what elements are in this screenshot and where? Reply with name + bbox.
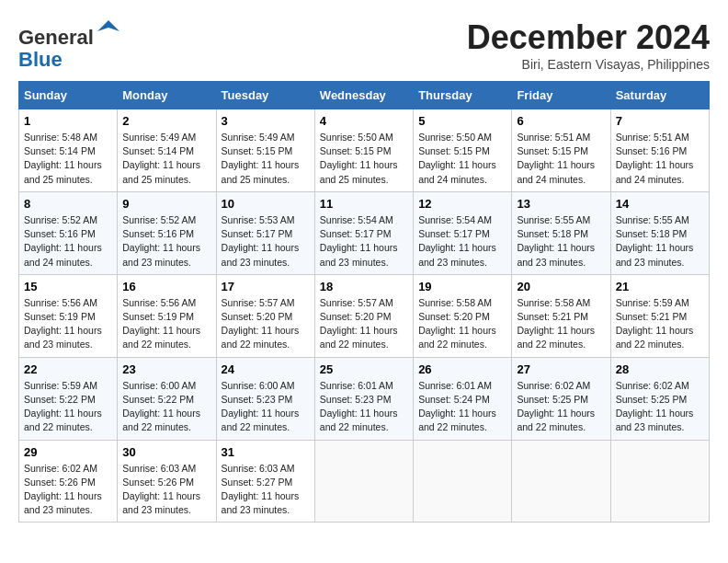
table-row: 8Sunrise: 5:52 AMSunset: 5:16 PMDaylight… bbox=[19, 191, 118, 274]
svg-marker-0 bbox=[97, 20, 119, 31]
day-number: 25 bbox=[320, 362, 408, 376]
table-row: 7Sunrise: 5:51 AMSunset: 5:16 PMDaylight… bbox=[610, 109, 709, 192]
table-row bbox=[414, 440, 512, 523]
table-row: 19Sunrise: 5:58 AMSunset: 5:20 PMDayligh… bbox=[414, 274, 512, 357]
header-row: Sunday Monday Tuesday Wednesday Thursday… bbox=[19, 82, 710, 109]
day-number: 5 bbox=[418, 114, 506, 128]
logo: General Blue bbox=[18, 18, 121, 71]
table-row: 28Sunrise: 6:02 AMSunset: 5:25 PMDayligh… bbox=[610, 357, 709, 440]
table-row: 18Sunrise: 5:57 AMSunset: 5:20 PMDayligh… bbox=[314, 274, 413, 357]
day-number: 20 bbox=[517, 280, 605, 293]
table-row: 14Sunrise: 5:55 AMSunset: 5:18 PMDayligh… bbox=[610, 191, 709, 274]
day-info: Sunrise: 5:56 AMSunset: 5:19 PMDaylight:… bbox=[122, 296, 210, 352]
day-number: 22 bbox=[24, 362, 112, 376]
day-number: 21 bbox=[616, 280, 704, 293]
logo-general: General bbox=[18, 26, 94, 49]
day-info: Sunrise: 5:48 AMSunset: 5:14 PMDaylight:… bbox=[24, 131, 112, 187]
day-info: Sunrise: 6:02 AMSunset: 5:25 PMDaylight:… bbox=[517, 379, 605, 435]
calendar-week-row: 8Sunrise: 5:52 AMSunset: 5:16 PMDaylight… bbox=[19, 191, 710, 274]
day-number: 14 bbox=[616, 197, 704, 211]
page-header: General Blue December 2024 Biri, Eastern… bbox=[18, 18, 710, 72]
day-number: 4 bbox=[320, 114, 408, 128]
day-info: Sunrise: 6:03 AMSunset: 5:26 PMDaylight:… bbox=[122, 462, 210, 518]
day-number: 31 bbox=[222, 445, 310, 459]
day-info: Sunrise: 6:00 AMSunset: 5:22 PMDaylight:… bbox=[122, 379, 210, 435]
day-info: Sunrise: 5:53 AMSunset: 5:17 PMDaylight:… bbox=[222, 213, 310, 270]
table-row: 29Sunrise: 6:02 AMSunset: 5:26 PMDayligh… bbox=[19, 440, 118, 523]
day-info: Sunrise: 5:56 AMSunset: 5:19 PMDaylight:… bbox=[24, 296, 112, 352]
col-tuesday: Tuesday bbox=[216, 82, 314, 109]
calendar-week-row: 15Sunrise: 5:56 AMSunset: 5:19 PMDayligh… bbox=[19, 274, 710, 357]
table-row: 27Sunrise: 6:02 AMSunset: 5:25 PMDayligh… bbox=[512, 357, 610, 440]
day-number: 13 bbox=[517, 197, 605, 211]
col-saturday: Saturday bbox=[610, 82, 709, 109]
day-info: Sunrise: 5:57 AMSunset: 5:20 PMDaylight:… bbox=[320, 296, 408, 352]
day-number: 30 bbox=[122, 445, 210, 459]
table-row bbox=[314, 440, 413, 523]
day-number: 8 bbox=[24, 197, 112, 211]
day-info: Sunrise: 5:52 AMSunset: 5:16 PMDaylight:… bbox=[24, 213, 112, 270]
day-info: Sunrise: 5:59 AMSunset: 5:21 PMDaylight:… bbox=[616, 296, 704, 352]
table-row: 16Sunrise: 5:56 AMSunset: 5:19 PMDayligh… bbox=[118, 274, 216, 357]
table-row: 5Sunrise: 5:50 AMSunset: 5:15 PMDaylight… bbox=[414, 109, 512, 192]
day-number: 26 bbox=[418, 362, 506, 376]
col-sunday: Sunday bbox=[19, 82, 118, 109]
location: Biri, Eastern Visayas, Philippines bbox=[467, 57, 710, 72]
table-row: 17Sunrise: 5:57 AMSunset: 5:20 PMDayligh… bbox=[216, 274, 314, 357]
table-row: 10Sunrise: 5:53 AMSunset: 5:17 PMDayligh… bbox=[216, 191, 314, 274]
table-row bbox=[610, 440, 709, 523]
col-friday: Friday bbox=[512, 82, 610, 109]
table-row: 30Sunrise: 6:03 AMSunset: 5:26 PMDayligh… bbox=[118, 440, 216, 523]
table-row: 2Sunrise: 5:49 AMSunset: 5:14 PMDaylight… bbox=[118, 109, 216, 192]
day-number: 18 bbox=[320, 280, 408, 293]
table-row: 13Sunrise: 5:55 AMSunset: 5:18 PMDayligh… bbox=[512, 191, 610, 274]
day-info: Sunrise: 5:58 AMSunset: 5:21 PMDaylight:… bbox=[517, 296, 605, 352]
day-number: 7 bbox=[616, 114, 704, 128]
table-row: 1Sunrise: 5:48 AMSunset: 5:14 PMDaylight… bbox=[19, 109, 118, 192]
day-info: Sunrise: 5:49 AMSunset: 5:14 PMDaylight:… bbox=[122, 131, 210, 187]
table-row bbox=[512, 440, 610, 523]
day-info: Sunrise: 6:02 AMSunset: 5:26 PMDaylight:… bbox=[24, 462, 112, 518]
day-number: 24 bbox=[222, 362, 310, 376]
day-info: Sunrise: 5:51 AMSunset: 5:16 PMDaylight:… bbox=[616, 131, 704, 187]
day-number: 16 bbox=[122, 280, 210, 293]
day-number: 28 bbox=[616, 362, 704, 376]
day-info: Sunrise: 5:57 AMSunset: 5:20 PMDaylight:… bbox=[222, 296, 310, 352]
day-info: Sunrise: 5:58 AMSunset: 5:20 PMDaylight:… bbox=[418, 296, 506, 352]
col-wednesday: Wednesday bbox=[314, 82, 413, 109]
day-info: Sunrise: 5:55 AMSunset: 5:18 PMDaylight:… bbox=[616, 213, 704, 270]
day-number: 29 bbox=[24, 445, 112, 459]
table-row: 4Sunrise: 5:50 AMSunset: 5:15 PMDaylight… bbox=[314, 109, 413, 192]
day-info: Sunrise: 5:50 AMSunset: 5:15 PMDaylight:… bbox=[320, 131, 408, 187]
day-info: Sunrise: 5:51 AMSunset: 5:15 PMDaylight:… bbox=[517, 131, 605, 187]
day-info: Sunrise: 5:54 AMSunset: 5:17 PMDaylight:… bbox=[418, 213, 506, 270]
day-info: Sunrise: 5:55 AMSunset: 5:18 PMDaylight:… bbox=[517, 213, 605, 270]
day-info: Sunrise: 5:50 AMSunset: 5:15 PMDaylight:… bbox=[418, 131, 506, 187]
day-number: 6 bbox=[517, 114, 605, 128]
day-number: 27 bbox=[517, 362, 605, 376]
table-row: 3Sunrise: 5:49 AMSunset: 5:15 PMDaylight… bbox=[216, 109, 314, 192]
logo-blue: Blue bbox=[18, 48, 63, 71]
calendar-week-row: 22Sunrise: 5:59 AMSunset: 5:22 PMDayligh… bbox=[19, 357, 710, 440]
day-info: Sunrise: 6:01 AMSunset: 5:23 PMDaylight:… bbox=[320, 379, 408, 435]
table-row: 26Sunrise: 6:01 AMSunset: 5:24 PMDayligh… bbox=[414, 357, 512, 440]
table-row: 11Sunrise: 5:54 AMSunset: 5:17 PMDayligh… bbox=[314, 191, 413, 274]
calendar-body: 1Sunrise: 5:48 AMSunset: 5:14 PMDaylight… bbox=[19, 109, 710, 523]
table-row: 6Sunrise: 5:51 AMSunset: 5:15 PMDaylight… bbox=[512, 109, 610, 192]
table-row: 21Sunrise: 5:59 AMSunset: 5:21 PMDayligh… bbox=[610, 274, 709, 357]
table-row: 12Sunrise: 5:54 AMSunset: 5:17 PMDayligh… bbox=[414, 191, 512, 274]
day-info: Sunrise: 5:52 AMSunset: 5:16 PMDaylight:… bbox=[122, 213, 210, 270]
day-number: 3 bbox=[222, 114, 310, 128]
logo-bird-icon bbox=[96, 18, 121, 44]
day-number: 11 bbox=[320, 197, 408, 211]
table-row: 9Sunrise: 5:52 AMSunset: 5:16 PMDaylight… bbox=[118, 191, 216, 274]
calendar-header: Sunday Monday Tuesday Wednesday Thursday… bbox=[19, 82, 710, 109]
day-number: 17 bbox=[222, 280, 310, 293]
col-monday: Monday bbox=[118, 82, 216, 109]
table-row: 31Sunrise: 6:03 AMSunset: 5:27 PMDayligh… bbox=[216, 440, 314, 523]
day-number: 19 bbox=[418, 280, 506, 293]
day-number: 23 bbox=[122, 362, 210, 376]
table-row: 25Sunrise: 6:01 AMSunset: 5:23 PMDayligh… bbox=[314, 357, 413, 440]
table-row: 20Sunrise: 5:58 AMSunset: 5:21 PMDayligh… bbox=[512, 274, 610, 357]
day-number: 10 bbox=[222, 197, 310, 211]
